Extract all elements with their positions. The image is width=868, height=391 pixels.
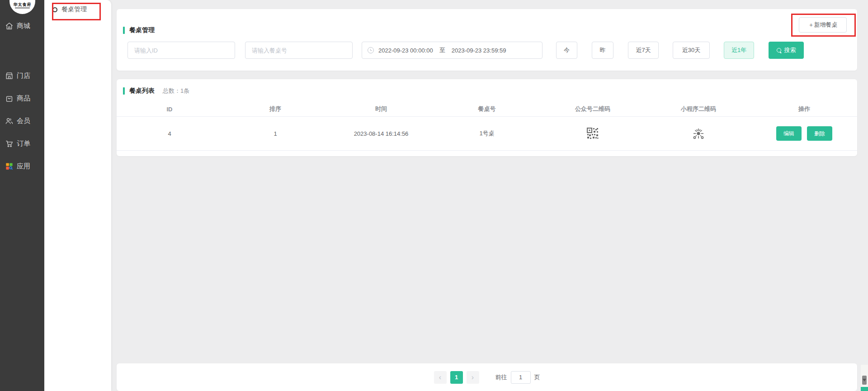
scrollbar-corner	[861, 387, 868, 391]
search-icon	[777, 48, 782, 53]
cell-id: 4	[117, 117, 222, 150]
chevron-left-icon: ‹	[439, 373, 441, 381]
current-page[interactable]: 1	[450, 371, 463, 384]
date-end: 2023-09-23 23:59:59	[452, 47, 506, 54]
col-id: ID	[117, 102, 222, 116]
title-accent-bar	[123, 27, 125, 34]
cart-icon	[5, 139, 14, 148]
goto-label: 前往	[495, 373, 507, 381]
members-icon	[5, 117, 14, 125]
quick-30days-button[interactable]: 近30天	[673, 42, 710, 59]
tables-table: ID 排序 时间 餐桌号 公众号二维码 小程序二维码 操作 4 1 2023-0…	[117, 102, 857, 151]
sidebar-item-mall[interactable]: 商城	[0, 20, 44, 32]
search-button[interactable]: 搜索	[769, 42, 804, 59]
scrollbar[interactable]	[861, 365, 868, 391]
sidebar-item-label: 商品	[17, 94, 30, 103]
sidebar-item-label: 会员	[17, 117, 30, 125]
quick-7days-button[interactable]: 近7天	[628, 42, 659, 59]
list-title: 餐桌列表	[129, 87, 155, 95]
logo-subtitle	[15, 7, 30, 9]
table-row: 4 1 2023-08-14 16:14:56 1号桌	[117, 117, 857, 151]
sidebar-item-label: 商城	[17, 22, 30, 30]
table-header-row: ID 排序 时间 餐桌号 公众号二维码 小程序二维码 操作	[117, 102, 857, 117]
apps-grid-icon	[5, 162, 14, 171]
clock-icon	[368, 47, 374, 53]
app-logo: 华太食府	[9, 0, 35, 14]
secondary-sidebar: 餐桌管理	[44, 0, 111, 391]
sidebar-item-orders[interactable]: 订单	[0, 138, 44, 149]
filters-panel: 餐桌管理 ＋新增餐桌 2022-09-23 00:00:00 至 2023-09…	[117, 9, 857, 71]
quick-1year-button[interactable]: 近1年	[724, 42, 754, 59]
sidebar-item-store[interactable]: 门店	[0, 70, 44, 81]
sidebar-item-label: 应用	[17, 162, 30, 171]
prev-page-button[interactable]: ‹	[434, 371, 447, 384]
page-title: 餐桌管理	[129, 26, 155, 34]
id-input[interactable]	[127, 42, 235, 59]
quick-today-button[interactable]: 今	[556, 42, 577, 59]
home-icon	[5, 22, 14, 30]
storefront-icon	[5, 72, 14, 80]
pagination-panel: ‹ 1 › 前往 页	[117, 363, 857, 391]
next-page-button[interactable]: ›	[467, 371, 479, 384]
quick-yesterday-button[interactable]: 昨	[592, 42, 613, 59]
official-account-qr-icon[interactable]	[587, 128, 599, 139]
table-number-input[interactable]	[245, 42, 353, 59]
cell-table-no: 1号桌	[434, 117, 540, 150]
cell-time: 2023-08-14 16:14:56	[328, 117, 434, 150]
edit-button[interactable]: 编辑	[776, 126, 802, 141]
list-total: 总数：1条	[163, 87, 189, 95]
col-actions: 操作	[751, 102, 857, 116]
sidebar-item-apps[interactable]: 应用	[0, 160, 44, 172]
cell-sort: 1	[222, 117, 328, 150]
shopping-bag-icon	[5, 94, 14, 103]
sidebar-item-label: 订单	[17, 139, 30, 148]
date-separator: 至	[439, 46, 445, 54]
date-range-picker[interactable]: 2022-09-23 00:00:00 至 2023-09-23 23:59:5…	[362, 42, 542, 59]
scrollbar-thumb[interactable]	[862, 376, 867, 385]
chevron-right-icon: ›	[472, 373, 474, 381]
title-accent-bar	[123, 87, 125, 95]
radio-circle-icon	[52, 7, 57, 12]
col-miniprogram-qr: 小程序二维码	[646, 102, 751, 116]
sidebar-item-label: 门店	[17, 72, 30, 80]
goto-page-input[interactable]	[511, 371, 531, 384]
submenu-item-label: 餐桌管理	[61, 5, 87, 14]
col-time: 时间	[328, 102, 434, 116]
primary-sidebar: 华太食府 商城 门店 商品 会员 订单	[0, 0, 44, 391]
sidebar-item-members[interactable]: 会员	[0, 115, 44, 127]
miniprogram-qr-icon[interactable]	[691, 126, 706, 141]
sidebar-item-goods[interactable]: 商品	[0, 92, 44, 104]
table-panel: 餐桌列表 总数：1条 ID 排序 时间 餐桌号 公众号二维码 小程序二维码 操作…	[117, 79, 857, 156]
date-start: 2022-09-23 00:00:00	[378, 47, 433, 54]
search-button-label: 搜索	[784, 46, 796, 54]
col-table-no: 餐桌号	[434, 102, 540, 116]
page-unit-label: 页	[534, 373, 540, 381]
col-official-qr: 公众号二维码	[540, 102, 646, 116]
add-table-button[interactable]: ＋新增餐桌	[799, 17, 847, 33]
delete-button[interactable]: 删除	[807, 126, 832, 141]
col-sort: 排序	[222, 102, 328, 116]
submenu-item-table-management[interactable]: 餐桌管理	[52, 5, 87, 14]
